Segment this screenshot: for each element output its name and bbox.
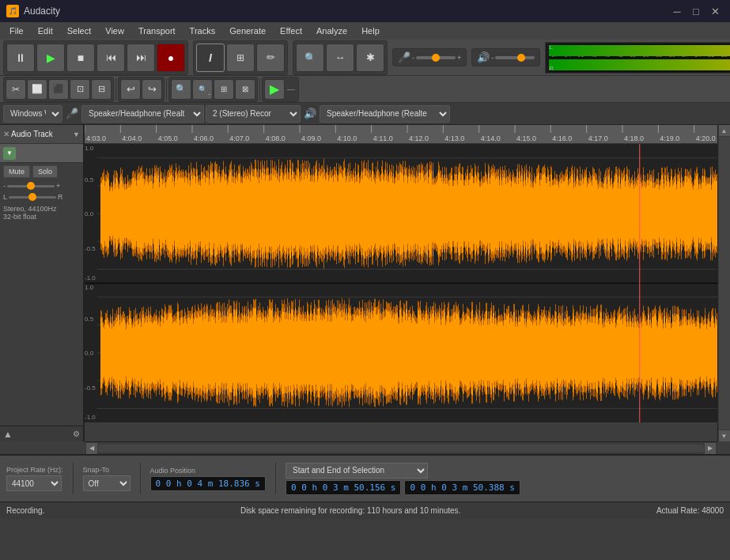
copy-button[interactable]: ⬜ <box>27 79 47 100</box>
draw-tool-button[interactable]: ✏ <box>256 44 285 72</box>
track-name-label: Audio Track <box>11 130 53 138</box>
volume-in-slider[interactable] <box>416 56 456 59</box>
hscroll-right-button[interactable]: ▶ <box>705 443 716 454</box>
track-ruler-spacer: ▼ <box>3 147 16 160</box>
menu-file[interactable]: File <box>3 25 30 37</box>
snap-to-select[interactable]: Off <box>83 475 130 491</box>
track-close-button[interactable]: ✕ <box>3 130 9 138</box>
multi-tool-button[interactable]: ⊞ <box>226 44 255 72</box>
track-collapse-button[interactable]: ▼ <box>73 131 80 138</box>
skip-fwd-button[interactable]: ⏭ <box>127 44 155 72</box>
mic-icon: 🎤 <box>398 51 410 63</box>
status-right: Actual Rate: 48000 <box>656 506 724 515</box>
selection-mode-select[interactable]: Start and End of Selection <box>286 463 428 479</box>
undo-button[interactable]: ↩ <box>120 79 141 100</box>
gain-min-label: - <box>3 182 6 190</box>
time-shift-button[interactable]: ↔ <box>326 44 354 72</box>
loop-dash: — <box>286 85 297 93</box>
title-left: 🎵 Audacity <box>6 5 60 17</box>
menu-tracks[interactable]: Tracks <box>183 25 222 37</box>
pan-l-label: L <box>3 193 7 201</box>
track-bit-depth: 32-bit float <box>3 213 80 221</box>
fit-selection-button[interactable]: ⊞ <box>214 79 234 100</box>
volume-out-slider[interactable] <box>495 56 535 59</box>
skip-back-button[interactable]: ⏮ <box>96 44 125 72</box>
select-tool-button[interactable]: I <box>196 44 225 72</box>
speaker-icon: 🔊 <box>477 51 490 63</box>
scroll-down-button[interactable]: ▼ <box>719 430 730 441</box>
solo-button[interactable]: Solo <box>32 165 58 178</box>
pause-button[interactable]: ⏸ <box>6 44 35 72</box>
mute-button[interactable]: Mute <box>3 165 30 178</box>
zoom-tool-button[interactable]: 🔍 <box>296 44 324 72</box>
silence-button[interactable]: ⊟ <box>91 79 112 100</box>
play-button[interactable]: ▶ <box>36 44 65 72</box>
menu-view[interactable]: View <box>99 25 130 37</box>
multi-tool2-button[interactable]: ✱ <box>356 44 384 72</box>
vu-meter <box>549 44 730 72</box>
mic-icon2: 🎤 <box>64 108 80 119</box>
audio-position-label: Audio Position <box>150 467 266 475</box>
title-bar: 🎵 Audacity ─ □ ✕ <box>0 0 730 22</box>
maximize-button[interactable]: □ <box>687 4 705 18</box>
zoom-in-button[interactable]: 🔍 <box>171 79 191 100</box>
snap-to-label: Snap-To <box>83 466 130 474</box>
menu-analyze[interactable]: Analyze <box>310 25 354 37</box>
redo-button[interactable]: ↪ <box>142 79 162 100</box>
project-rate-select[interactable]: 44100 <box>6 475 62 491</box>
channels-select[interactable]: 2 (Stereo) Recor <box>206 105 301 123</box>
waveform-display[interactable] <box>85 144 717 422</box>
project-rate-label: Project Rate (Hz): <box>6 466 63 474</box>
window-controls[interactable]: ─ □ ✕ <box>668 4 724 18</box>
status-left: Recording. <box>6 506 44 515</box>
audio-position-display: 0 0 h 0 4 m 18.836 s <box>150 476 266 491</box>
selection-start-display: 0 0 h 0 3 m 50.156 s <box>286 480 401 495</box>
menu-generate[interactable]: Generate <box>223 25 272 37</box>
selection-end-display: 0 0 h 0 3 m 50.388 s <box>404 480 520 495</box>
menu-help[interactable]: Help <box>355 25 386 37</box>
close-button[interactable]: ✕ <box>706 4 724 18</box>
menu-bar: File Edit Select View Transport Tracks G… <box>0 22 730 40</box>
gain-slider[interactable] <box>7 185 55 187</box>
stop-button[interactable]: ■ <box>66 44 95 72</box>
volume-in-max-label: + <box>457 54 461 62</box>
menu-transport[interactable]: Transport <box>132 25 182 37</box>
zoom-out-button[interactable]: 🔍- <box>192 79 213 100</box>
play2-button[interactable]: ▶ <box>264 79 285 100</box>
app-icon: 🎵 <box>6 5 19 17</box>
paste-button[interactable]: ⬛ <box>48 79 69 100</box>
speaker-icon2: 🔊 <box>302 108 318 119</box>
hscroll-track[interactable] <box>98 445 704 452</box>
host-select[interactable]: Windows WASA <box>3 105 62 123</box>
pan-r-label: R <box>58 193 63 201</box>
vscroll-track[interactable] <box>719 137 730 429</box>
menu-edit[interactable]: Edit <box>32 25 59 37</box>
cut-button[interactable]: ✂ <box>6 79 26 100</box>
app-title: Audacity <box>24 6 60 17</box>
timeline-ruler <box>85 125 717 144</box>
pan-slider[interactable] <box>9 196 56 199</box>
gain-max-label: + <box>56 182 60 190</box>
fit-project-button[interactable]: ⊠ <box>235 79 255 100</box>
record-button[interactable]: ● <box>157 44 185 72</box>
output-device-select[interactable]: Speaker/Headphone (Realte <box>320 105 450 123</box>
menu-effect[interactable]: Effect <box>274 25 308 37</box>
track-options-button[interactable]: ⚙ <box>73 429 80 438</box>
device-bar: Windows WASA 🎤 Speaker/Headphone (Realt … <box>0 103 730 125</box>
hscroll-left-button[interactable]: ◀ <box>86 443 97 454</box>
input-device-select[interactable]: Speaker/Headphone (Realt <box>81 105 204 123</box>
track-sample-rate: Stereo, 44100Hz <box>3 205 80 213</box>
trim-button[interactable]: ⊡ <box>70 79 90 100</box>
minimize-button[interactable]: ─ <box>668 4 686 18</box>
menu-select[interactable]: Select <box>61 25 98 37</box>
volume-out-min-label: - <box>491 54 494 62</box>
status-center: Disk space remaining for recording: 110 … <box>240 506 460 515</box>
volume-in-min-label: - <box>412 54 414 62</box>
track-expand-button[interactable]: ▲ <box>3 429 13 440</box>
scroll-up-button[interactable]: ▲ <box>719 125 730 136</box>
